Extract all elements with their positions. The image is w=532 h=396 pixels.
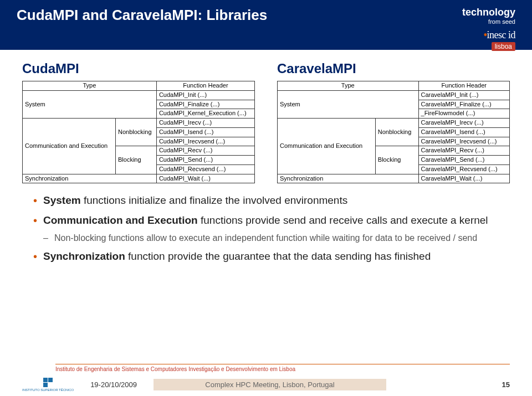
th-type: Type [23,81,157,91]
technology-label: technology [462,7,515,18]
fn-cell: CudaMPI_Send (...) [156,156,254,165]
slide-footer: Instituto de Engenharia de Sistemas e Co… [0,364,532,396]
fn-cell: CudaMPI_Recv (...) [156,146,254,156]
cudampi-table: Type Function Header System CudaMPI_Init… [22,81,255,183]
footer-page-number: 15 [502,380,510,389]
fn-cell: CudaMPI_Recvsend (...) [156,164,254,174]
fn-cell: CudaMPI_Irecvsend (...) [156,137,254,146]
caravelampi-table: Type Function Header System CaravelaMPI_… [277,81,510,183]
footer-date: 19-20/10/2009 [90,380,137,389]
row-commexec: Communication and Execution [23,119,116,174]
fn-cell: CaravelaMPI_Wait (...) [418,174,509,183]
bullet-text: function provide the guarantee that the … [125,250,431,262]
technology-sub: from seed [488,18,515,25]
institution-line: Instituto de Engenharia de Sistemas e Co… [55,364,510,372]
th-type: Type [278,81,419,91]
logo-subtext: lisboa [492,42,515,51]
row-sync: Synchronization [278,174,419,183]
footer-meeting: Complex HPC Meeting, Lisbon, Portugal [154,379,386,390]
fn-cell: CaravelaMPI_Init (...) [418,90,509,100]
th-fn: Function Header [418,81,509,91]
bullet-system: System functions initialize and finalize… [33,193,510,208]
fn-cell: CudaMPI_Irecv (...) [156,119,254,128]
fn-cell: CaravelaMPI_Irecvsend (...) [418,137,509,146]
header-right: technology from seed •inesc id lisboa [462,7,515,51]
slide-title: CudaMPI and CaravelaMPI: Libraries [17,7,267,24]
row-sync: Synchronization [23,174,157,183]
logo-text: inesc id [487,29,516,40]
bullet-text: functions provide send and receive calls… [198,214,488,226]
fn-cell: _FireFlowmodel (...) [418,109,509,119]
th-fn: Function Header [156,81,254,91]
fn-cell: CudaMPI_Wait (...) [156,174,254,183]
row-nonblocking: Nonblocking [375,119,418,146]
bullet-sync: Synchronization function provide the gua… [33,249,510,264]
ist-logo-text: INSTITUTO SUPERIOR TÉCNICO [22,388,74,392]
sub-bullet-list: Non-blocking functions allow to execute … [43,232,510,244]
row-system: System [278,90,419,118]
row-blocking: Blocking [375,146,418,174]
slide-content: CudaMPI Type Function Header System Cuda… [0,50,532,264]
bullet-text: functions initialize and finalize the in… [81,194,348,206]
caravelampi-column: CaravelaMPI Type Function Header System … [277,61,510,183]
cudampi-title: CudaMPI [22,61,255,76]
fn-cell: CaravelaMPI_Finalize (...) [418,100,509,109]
fn-cell: CaravelaMPI_Irecv (...) [418,119,509,128]
fn-cell: CaravelaMPI_Send (...) [418,156,509,165]
fn-cell: CudaMPI_Init (...) [156,90,254,100]
fn-cell: CudaMPI_Isend (...) [156,127,254,137]
bullet-bold: System [43,194,81,206]
ist-logo: INSTITUTO SUPERIOR TÉCNICO [22,378,74,392]
row-blocking: Blocking [116,146,157,174]
fn-cell: CudaMPI_Kernel_Execution (...) [156,109,254,119]
fn-cell: CaravelaMPI_Recvsend (...) [418,164,509,174]
fn-cell: CaravelaMPI_Isend (...) [418,127,509,137]
fn-cell: CaravelaMPI_Recv (...) [418,146,509,156]
row-commexec: Communication and Execution [278,119,376,174]
slide-header: CudaMPI and CaravelaMPI: Libraries techn… [0,0,532,50]
tables-row: CudaMPI Type Function Header System Cuda… [22,61,510,183]
caravelampi-title: CaravelaMPI [277,61,510,76]
row-nonblocking: Nonblocking [116,119,157,146]
bullet-bold: Communication and Execution [43,214,198,226]
bullet-commexec: Communication and Execution functions pr… [33,213,510,244]
bullet-bold: Synchronization [43,250,125,262]
fn-cell: CudaMPI_Finalize (...) [156,100,254,109]
row-system: System [23,90,157,118]
cudampi-column: CudaMPI Type Function Header System Cuda… [22,61,255,183]
bullet-list: System functions initialize and finalize… [22,193,510,264]
sub-bullet: Non-blocking functions allow to execute … [43,232,510,244]
inesc-logo: •inesc id lisboa [484,29,515,51]
